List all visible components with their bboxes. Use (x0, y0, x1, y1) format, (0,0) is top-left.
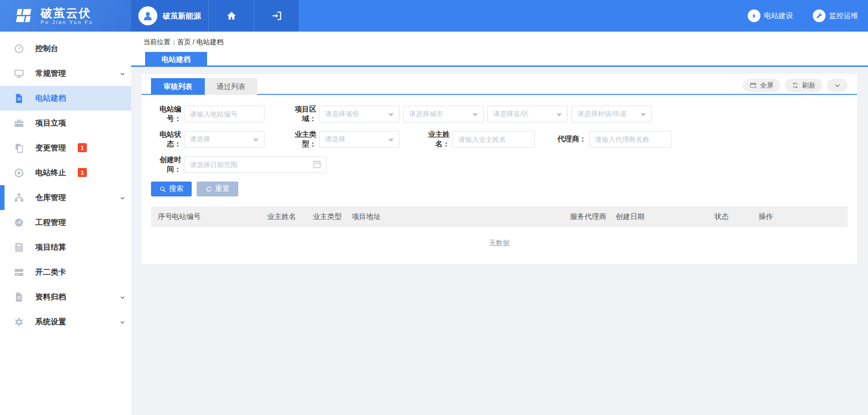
bolt-icon (748, 9, 760, 22)
sidebar-item-label: 工程管理 (35, 217, 66, 228)
col-owner-type: 业主类型 (313, 206, 342, 227)
filter-actions: 搜索 重置 (142, 182, 857, 196)
sidebar-item-change-mgmt[interactable]: 变更管理 1 (0, 135, 131, 160)
copy-icon (14, 143, 24, 154)
refresh-button[interactable]: 刷新 (785, 79, 822, 92)
col-owner-name: 业主姓名 (267, 206, 296, 227)
city-select[interactable]: 请选择城市 (403, 106, 484, 122)
sidebar-item-data-archive[interactable]: 资料归档 (0, 284, 131, 309)
fullscreen-label: 全屏 (760, 81, 774, 90)
main-area: 当前位置：首页 / 电站建档 电站建档 审核列表 通过列表 全屏 (131, 32, 868, 415)
list-panel: 审核列表 通过列表 全屏 (142, 74, 857, 264)
sidebar-item-project-settlement[interactable]: 项目结算 (0, 235, 131, 260)
col-agent: 服务代理商 (570, 206, 606, 227)
home-icon (226, 10, 237, 22)
sidebar-item-label: 资料归档 (35, 292, 66, 302)
page-tab-station-archive[interactable]: 电站建档 (145, 52, 207, 67)
notification-badge: 1 (78, 168, 87, 177)
sidebar-item-label: 电站建档 (35, 93, 66, 103)
sidebar-item-label: 开二类卡 (35, 267, 66, 277)
breadcrumb: 当前位置：首页 / 电站建档 (131, 32, 868, 47)
table-header: 序号 电站编号 业主姓名 业主类型 项目地址 服务代理商 创建日期 状态 操作 (151, 206, 848, 227)
sidebar-item-label: 电站终止 (35, 168, 66, 178)
dashboard-icon (14, 43, 24, 54)
sidebar-item-label: 变更管理 (35, 143, 66, 153)
sidebar-item-console[interactable]: 控制台 (0, 36, 131, 61)
owner-name-input[interactable] (453, 131, 535, 148)
col-station-no: 电站编号 (172, 206, 201, 227)
chevron-down-icon (120, 72, 125, 76)
station-no-input[interactable] (184, 106, 264, 122)
col-seq: 序号 (158, 206, 172, 227)
sidebar-item-project-initiation[interactable]: 项目立项 (0, 111, 131, 135)
calculator-icon (14, 242, 24, 253)
province-select[interactable]: 请选择省份 (319, 106, 400, 122)
col-actions: 操作 (759, 206, 773, 227)
brand-name-cn: 破茧云伏 (41, 7, 93, 19)
tab-review-list[interactable]: 审核列表 (151, 78, 205, 95)
brand-name-en: Po Jian Yun Fu (41, 19, 93, 25)
breadcrumb-label: 当前位置： (143, 38, 177, 46)
notification-badge: 1 (78, 143, 87, 152)
sidebar-item-station-archive[interactable]: 电站建档 (0, 86, 131, 111)
station-no-label: 电站编号： (151, 105, 184, 124)
chevron-down-icon (120, 196, 125, 201)
sidebar-item-label: 常规管理 (35, 68, 66, 79)
brand-logo: 破茧云伏 Po Jian Yun Fu (0, 0, 131, 32)
search-button[interactable]: 搜索 (151, 182, 192, 196)
town-select[interactable]: 请选择村镇/街道 (571, 106, 652, 122)
sidebar-item-general-mgmt[interactable]: 常规管理 (0, 61, 131, 86)
nav-station-build[interactable]: 电站建设 (748, 9, 793, 22)
sidebar-item-station-termination[interactable]: 电站终止 1 (0, 160, 131, 185)
panel-toolbar: 全屏 刷新 (743, 79, 848, 92)
nav-monitor-ops-label: 监控运维 (829, 11, 858, 21)
gauge-icon (14, 217, 24, 228)
avatar (138, 6, 157, 25)
sidebar-item-label: 系统设置 (35, 317, 66, 327)
col-status: 状态 (714, 206, 729, 227)
sidebar-item-label: 仓库管理 (35, 192, 66, 203)
fullscreen-button[interactable]: 全屏 (743, 79, 780, 92)
sidebar-scrollbar-thumb[interactable] (0, 185, 5, 210)
sidebar-item-system-settings[interactable]: 系统设置 (0, 309, 131, 334)
calendar-icon[interactable] (312, 159, 322, 169)
sidebar-item-type2-card[interactable]: 开二类卡 (0, 260, 131, 284)
nav-station-build-label: 电站建设 (764, 11, 793, 21)
station-status-select[interactable]: 请选择 (184, 131, 264, 148)
county-select[interactable]: 请选择县/区 (487, 106, 568, 122)
wrench-icon (813, 9, 826, 22)
collapse-filter-button[interactable] (827, 79, 848, 92)
sidebar-item-label: 控制台 (35, 43, 58, 54)
station-status-label: 电站状态： (151, 130, 184, 149)
sidebar-item-label: 项目立项 (35, 118, 66, 128)
region-label: 项目区域： (288, 105, 319, 124)
refresh-icon (792, 82, 799, 89)
empty-state: 无数据 (142, 239, 857, 247)
breadcrumb-path: 首页 / 电站建档 (177, 38, 224, 46)
owner-type-select[interactable]: 请选择 (319, 131, 400, 148)
sidebar-item-warehouse-mgmt[interactable]: 仓库管理 (0, 185, 131, 210)
top-bar: 破茧云伏 Po Jian Yun Fu 破茧新能源 (0, 0, 868, 32)
reset-button[interactable]: 重置 (197, 182, 238, 196)
reset-icon (205, 186, 212, 193)
logout-button[interactable] (254, 0, 299, 32)
agent-input[interactable] (589, 131, 671, 148)
fullscreen-icon (750, 82, 757, 89)
date-range-input[interactable] (184, 156, 326, 173)
sidebar-item-engineering-mgmt[interactable]: 工程管理 (0, 210, 131, 235)
chevron-down-icon (120, 320, 125, 325)
owner-name-label: 业主姓名： (421, 130, 453, 149)
user-name: 破茧新能源 (163, 11, 201, 21)
monitor-icon (14, 68, 24, 79)
brand-logo-icon (13, 8, 34, 24)
sitemap-icon (14, 192, 24, 203)
home-button[interactable] (209, 0, 254, 32)
page-header: 当前位置：首页 / 电站建档 电站建档 (131, 32, 868, 67)
search-icon (159, 186, 166, 193)
nav-monitor-ops[interactable]: 监控运维 (813, 9, 858, 22)
sign-out-icon (271, 10, 283, 22)
tab-passed-list[interactable]: 通过列表 (205, 78, 257, 95)
user-menu[interactable]: 破茧新能源 (131, 0, 209, 32)
briefcase-icon (14, 118, 24, 129)
chevron-down-icon (834, 82, 841, 89)
